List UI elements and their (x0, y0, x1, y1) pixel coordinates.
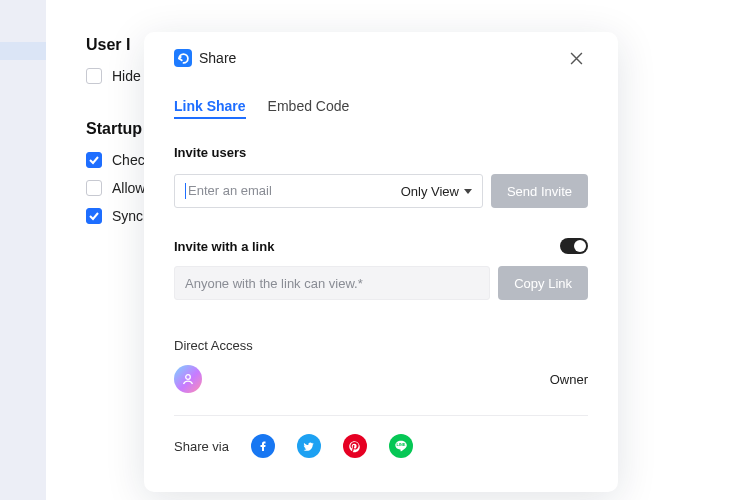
facebook-icon[interactable] (251, 434, 275, 458)
link-row: Anyone with the link can view.* Copy Lin… (174, 266, 588, 300)
chevron-down-icon (464, 189, 472, 194)
close-icon[interactable] (564, 46, 588, 70)
bg-selection-stripe (0, 42, 46, 60)
checkbox-check[interactable] (86, 152, 102, 168)
link-input[interactable]: Anyone with the link can view.* (174, 266, 490, 300)
checkbox-synch[interactable] (86, 208, 102, 224)
invite-users-label: Invite users (174, 145, 588, 160)
bg-label: Allow (112, 180, 145, 196)
checkbox-allow[interactable] (86, 180, 102, 196)
divider (174, 415, 588, 416)
invite-row: Enter an email Only View Send Invite (174, 174, 588, 208)
permission-label: Only View (401, 184, 459, 199)
link-toggle[interactable] (560, 238, 588, 254)
share-modal: Share Link Share Embed Code Invite users… (144, 32, 618, 492)
role-label: Owner (550, 372, 588, 387)
pinterest-icon[interactable] (343, 434, 367, 458)
copy-link-button[interactable]: Copy Link (498, 266, 588, 300)
avatar (174, 365, 202, 393)
checkbox-hide[interactable] (86, 68, 102, 84)
svg-point-0 (186, 375, 191, 380)
email-input[interactable]: Enter an email Only View (174, 174, 483, 208)
modal-title: Share (199, 50, 557, 66)
direct-access-label: Direct Access (174, 338, 588, 353)
svg-text:LINE: LINE (396, 442, 405, 447)
link-placeholder: Anyone with the link can view.* (185, 276, 363, 291)
tab-embed-code[interactable]: Embed Code (268, 98, 350, 119)
invite-link-label: Invite with a link (174, 239, 274, 254)
invite-link-header: Invite with a link (174, 238, 588, 254)
permission-dropdown[interactable]: Only View (401, 184, 472, 199)
send-invite-button[interactable]: Send Invite (491, 174, 588, 208)
share-via-label: Share via (174, 439, 229, 454)
modal-header: Share (174, 46, 588, 70)
share-via-row: Share via LINE (174, 434, 588, 458)
tab-link-share[interactable]: Link Share (174, 98, 246, 119)
line-icon[interactable]: LINE (389, 434, 413, 458)
edraw-icon (174, 49, 192, 67)
direct-access-row: Owner (174, 365, 588, 393)
tabs: Link Share Embed Code (174, 98, 588, 119)
email-placeholder: Enter an email (185, 183, 272, 200)
twitter-icon[interactable] (297, 434, 321, 458)
